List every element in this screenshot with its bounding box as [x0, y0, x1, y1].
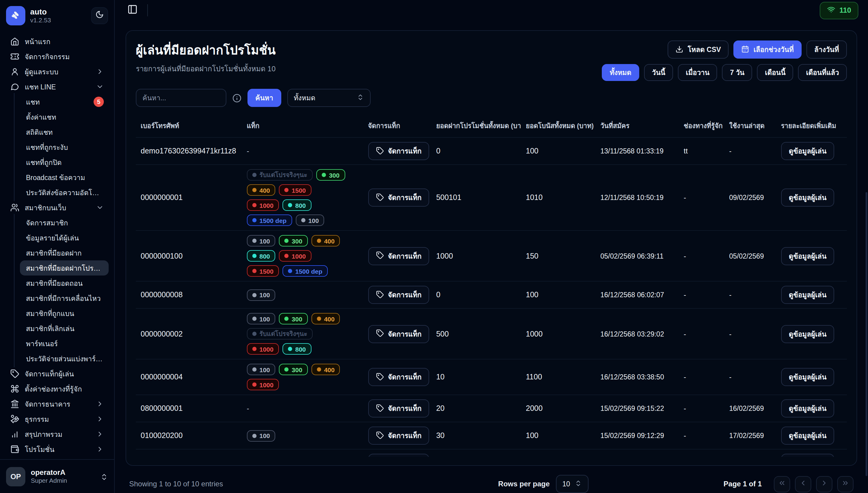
tag-pill[interactable]: 100: [247, 430, 276, 441]
sidebar-item[interactable]: พาร์ทเนอร์: [20, 336, 109, 351]
details-button[interactable]: ดูข้อมูลผู้เล่น: [781, 454, 835, 457]
tag-pill[interactable]: 100: [247, 235, 276, 246]
details-button[interactable]: ดูข้อมูลผู้เล่น: [781, 142, 835, 160]
bonus-cell: 1000: [521, 308, 595, 359]
tag-pill[interactable]: 1500: [247, 265, 279, 277]
sidebar-item[interactable]: ข้อมูลรายได้ผู้เล่น: [20, 230, 109, 245]
details-button[interactable]: ดูข้อมูลผู้เล่น: [781, 189, 835, 207]
tag-pill[interactable]: 400: [247, 184, 276, 196]
tag-pill[interactable]: 300: [279, 235, 308, 246]
manage-tag-button[interactable]: จัดการแท็ก: [368, 325, 430, 343]
sidebar-item-active[interactable]: สมาชิกที่มียอดฝากโปรโมชั่น: [20, 260, 109, 276]
sidebar-item[interactable]: ตั้งค่าแชท: [20, 109, 109, 125]
first-page-button[interactable]: [774, 476, 790, 492]
sidebar-item[interactable]: จัดการสมาชิก: [20, 215, 109, 230]
date-range-button[interactable]: เลือกช่วงวันที่: [734, 41, 802, 59]
quick-filter-active[interactable]: ทั้งหมด: [602, 64, 639, 81]
sidebar-item[interactable]: ประวัติจ่ายส่วนแบ่งพาร์ทเนอร์: [20, 351, 109, 366]
quick-filter-button[interactable]: เดือนที่แล้ว: [798, 64, 847, 81]
sidebar-item[interactable]: แชทที่ถูกปิด: [20, 155, 109, 170]
tag-pill[interactable]: 300: [279, 313, 308, 324]
user-menu[interactable]: OP operatorA Super Admin: [0, 459, 114, 493]
manage-tag-button[interactable]: จัดการแท็ก: [368, 454, 430, 457]
sidebar-item[interactable]: ตั้งค่าช่องทางที่รู้จัก: [5, 381, 109, 396]
tag-pill[interactable]: 1000: [279, 250, 312, 262]
sidebar-item[interactable]: ธุรกรรม: [5, 411, 109, 427]
tag-pill[interactable]: 300: [316, 169, 345, 181]
tag-pill[interactable]: 100: [247, 313, 276, 324]
sidebar-item[interactable]: ประวัติส่งข้อความอัตโนมัติ: [20, 185, 109, 200]
tag-pill[interactable]: 800: [282, 199, 311, 211]
details-button[interactable]: ดูข้อมูลผู้เล่น: [781, 427, 835, 445]
tag-pill[interactable]: 1000: [247, 199, 279, 211]
details-button[interactable]: ดูข้อมูลผู้เล่น: [781, 247, 835, 265]
manage-tag-button[interactable]: จัดการแท็ก: [368, 286, 430, 304]
details-button[interactable]: ดูข้อมูลผู้เล่น: [781, 325, 835, 343]
sidebar-item[interactable]: แชท LINE: [5, 79, 109, 94]
details-button[interactable]: ดูข้อมูลผู้เล่น: [781, 399, 835, 417]
sidebar-item[interactable]: สถิติแชท: [20, 125, 109, 140]
details-cell: ดูข้อมูลผู้เล่น: [776, 281, 847, 308]
tag-pill[interactable]: 1500: [279, 184, 312, 196]
sidebar-item[interactable]: แชทที่ถูกระงับ: [20, 140, 109, 155]
prev-page-button[interactable]: [795, 476, 811, 492]
sidebar-item[interactable]: จัดการแท็กผู้เล่น: [5, 366, 109, 381]
sidebar-item[interactable]: [5, 457, 109, 459]
last-page-button[interactable]: [837, 476, 853, 492]
tag-pill[interactable]: 800: [247, 250, 276, 262]
chevron-left-icon: [799, 478, 807, 489]
search-button[interactable]: ค้นหา: [248, 89, 281, 107]
sidebar-item[interactable]: จัดการกิจกรรม: [5, 49, 109, 64]
sidebar-item[interactable]: แชท5: [20, 94, 109, 109]
sidebar-item[interactable]: สรุปภาพรวม: [5, 427, 109, 442]
tag-pill[interactable]: 100: [247, 364, 276, 375]
quick-filter-button[interactable]: เดือนนี้: [757, 64, 794, 81]
tag-pill[interactable]: 400: [312, 313, 340, 324]
manage-tag-button[interactable]: จัดการแท็ก: [368, 427, 430, 445]
manage-tag-button[interactable]: จัดการแท็ก: [368, 399, 430, 417]
quick-filter-button[interactable]: เมื่อวาน: [678, 64, 717, 81]
rows-per-page-select[interactable]: 10: [556, 475, 588, 493]
next-page-button[interactable]: [816, 476, 832, 492]
quick-filter-button[interactable]: 7 วัน: [722, 64, 752, 81]
sidebar-item[interactable]: หน้าแรก: [5, 34, 109, 49]
sidebar-item[interactable]: จัดการธนาคาร: [5, 396, 109, 411]
sidebar-item[interactable]: สมาชิกที่เลิกเล่น: [20, 321, 109, 336]
tag-pill[interactable]: 1500 dep: [247, 214, 292, 226]
sidebar-item[interactable]: โปรโมชั่น: [5, 442, 109, 457]
load-csv-button[interactable]: โหลด CSV: [668, 41, 729, 59]
tag-pill[interactable]: 1000: [247, 343, 279, 355]
tag-pill[interactable]: รับแต่โปรจริงๆนะ: [247, 328, 313, 340]
sidebar-item[interactable]: สมาชิกที่มียอดฝาก: [20, 245, 109, 260]
sidebar-item[interactable]: สมาชิกที่มีการเคลื่อนไหว: [20, 291, 109, 306]
manage-tag-button[interactable]: จัดการแท็ก: [368, 189, 430, 207]
search-filter-select[interactable]: ทั้งหมด: [287, 89, 370, 107]
manage-tag-button[interactable]: จัดการแท็ก: [368, 368, 430, 386]
tag-pill[interactable]: 100: [295, 214, 324, 226]
tag-label: 300: [329, 171, 340, 178]
tag-pill[interactable]: รับแต่โปรจริงๆนะ: [247, 169, 313, 181]
tag-pill[interactable]: 400: [312, 364, 340, 375]
quick-filter-button[interactable]: วันนี้: [644, 64, 673, 81]
tag-pill[interactable]: 300: [279, 364, 308, 375]
sidebar-toggle-button[interactable]: [124, 2, 140, 18]
tag-pill[interactable]: 1000: [247, 379, 279, 390]
manage-tag-button[interactable]: จัดการแท็ก: [368, 247, 430, 265]
sidebar-item[interactable]: สมาชิกที่ถูกแบน: [20, 306, 109, 321]
sidebar-item[interactable]: สมาชิกบนเว็บ: [5, 200, 109, 215]
sidebar-item[interactable]: ผู้ดูแลระบบ: [5, 64, 109, 79]
tag-pill[interactable]: 800: [282, 343, 311, 355]
clear-date-button[interactable]: ล้างวันที่: [806, 41, 847, 59]
sidebar-item[interactable]: สมาชิกที่มียอดถอน: [20, 276, 109, 291]
details-button[interactable]: ดูข้อมูลผู้เล่น: [781, 286, 835, 304]
tag-pill[interactable]: 400: [312, 235, 340, 246]
sidebar-item[interactable]: Broadcast ข้อความ: [20, 170, 109, 185]
theme-toggle-button[interactable]: [91, 7, 108, 24]
phone-cell: 0000000008: [136, 281, 242, 308]
search-input[interactable]: [136, 89, 226, 107]
tag-pill[interactable]: 1500 dep: [282, 265, 328, 277]
manage-tag-button[interactable]: จัดการแท็ก: [368, 142, 430, 160]
tag-pill[interactable]: 100: [247, 289, 276, 301]
page-scrollbar[interactable]: [866, 192, 867, 476]
details-button[interactable]: ดูข้อมูลผู้เล่น: [781, 368, 835, 386]
